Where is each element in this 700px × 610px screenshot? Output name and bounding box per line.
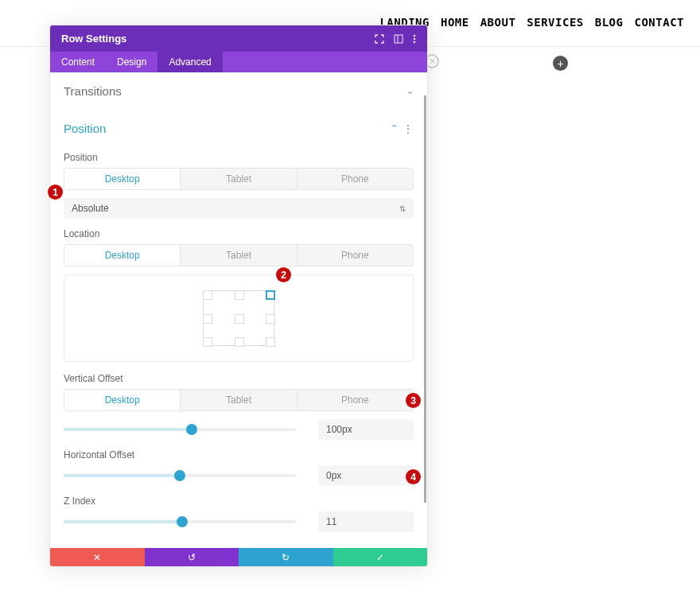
location-tablet-tab[interactable]: Tablet: [180, 245, 296, 266]
position-desktop-tab[interactable]: Desktop: [64, 169, 180, 189]
section-title-transitions: Transitions: [64, 84, 122, 98]
section-title-position: Position: [64, 122, 106, 135]
anchor-top-center[interactable]: [235, 290, 244, 300]
position-select-value: Absolute: [72, 203, 109, 214]
location-phone-tab[interactable]: Phone: [297, 245, 413, 266]
row-settings-modal: Row Settings Content Design Advanced Tra…: [49, 25, 428, 567]
annotation-badge-1: 1: [48, 185, 63, 200]
nav-about[interactable]: ABOUT: [480, 16, 516, 29]
position-tablet-tab[interactable]: Tablet: [180, 169, 296, 189]
voffset-phone-tab[interactable]: Phone: [297, 390, 413, 410]
tab-design[interactable]: Design: [106, 52, 158, 72]
label-vertical-offset: Vertical Offset: [64, 373, 414, 384]
horizontal-offset-thumb[interactable]: [174, 470, 185, 481]
horizontal-offset-input[interactable]: 0px: [318, 465, 414, 486]
anchor-bottom-right[interactable]: [266, 337, 275, 347]
anchor-top-right[interactable]: [266, 290, 275, 300]
annotation-badge-3: 3: [406, 393, 421, 408]
anchor-mid-center[interactable]: [235, 314, 244, 324]
anchor-bottom-center[interactable]: [235, 337, 244, 347]
position-panel: Position Desktop Tablet Phone Absolute ⇅…: [64, 152, 414, 532]
svg-point-2: [414, 34, 416, 37]
add-section-button[interactable]: +: [553, 56, 568, 71]
z-index-row: 11: [64, 511, 414, 532]
nav-home[interactable]: HOME: [441, 16, 469, 29]
modal-header[interactable]: Row Settings: [50, 25, 427, 52]
svg-rect-0: [395, 35, 402, 43]
z-index-slider[interactable]: [64, 520, 296, 523]
section-position[interactable]: Position ⌃: [64, 110, 414, 147]
location-anchor-box: [64, 274, 414, 362]
anchor-grid: [203, 290, 274, 346]
cancel-button[interactable]: ✕: [50, 548, 145, 566]
voffset-tablet-tab[interactable]: Tablet: [180, 390, 296, 410]
label-z-index: Z Index: [64, 495, 414, 507]
vertical-offset-thumb[interactable]: [186, 424, 197, 435]
modal-tabs: Content Design Advanced: [50, 52, 427, 72]
position-select[interactable]: Absolute ⇅: [64, 198, 414, 219]
voffset-desktop-tab[interactable]: Desktop: [64, 390, 180, 410]
save-button[interactable]: ✓: [333, 548, 428, 566]
label-location: Location: [64, 228, 414, 239]
section-transitions[interactable]: Transitions ⌄: [64, 72, 414, 110]
expand-icon[interactable]: [375, 34, 384, 44]
svg-point-4: [414, 41, 416, 43]
anchor-mid-right[interactable]: [266, 314, 275, 324]
anchor-top-left[interactable]: [203, 290, 212, 300]
modal-footer: ✕ ↺ ↻ ✓: [50, 548, 427, 566]
voffset-responsive-tabs: Desktop Tablet Phone: [64, 389, 414, 411]
undo-button[interactable]: ↺: [145, 548, 239, 566]
modal-body[interactable]: Transitions ⌄ Position ⌃ Position Deskto…: [50, 72, 427, 548]
position-responsive-tabs: Desktop Tablet Phone: [64, 168, 414, 190]
tab-advanced[interactable]: Advanced: [158, 52, 222, 72]
anchor-mid-left[interactable]: [203, 314, 212, 324]
scrollbar[interactable]: [424, 95, 426, 503]
nav-contact[interactable]: CONTACT: [634, 16, 684, 29]
chevron-down-icon: ⌄: [406, 86, 414, 96]
select-caret-icon: ⇅: [399, 204, 406, 213]
annotation-badge-4: 4: [406, 469, 421, 484]
location-desktop-tab[interactable]: Desktop: [64, 245, 180, 266]
position-phone-tab[interactable]: Phone: [297, 169, 413, 189]
vertical-offset-slider[interactable]: [64, 428, 296, 431]
z-index-thumb[interactable]: [177, 516, 188, 527]
label-position: Position: [64, 152, 414, 163]
z-index-input[interactable]: 11: [318, 511, 414, 532]
horizontal-offset-row: 0px: [64, 465, 414, 486]
modal-title: Row Settings: [61, 33, 126, 45]
annotation-badge-2: 2: [276, 267, 291, 282]
svg-point-3: [414, 37, 416, 40]
modal-menu-icon[interactable]: [413, 34, 416, 44]
horizontal-offset-slider[interactable]: [64, 474, 296, 477]
anchor-bottom-left[interactable]: [203, 337, 212, 347]
chevron-up-icon: ⌃: [391, 123, 398, 134]
section-menu-icon[interactable]: [402, 122, 414, 135]
layout-icon[interactable]: [394, 34, 403, 44]
nav-blog[interactable]: BLOG: [595, 16, 624, 29]
location-responsive-tabs: Desktop Tablet Phone: [64, 244, 414, 266]
vertical-offset-input[interactable]: 100px: [318, 419, 414, 440]
label-horizontal-offset: Horizontal Offset: [64, 449, 414, 460]
vertical-offset-row: 100px: [64, 419, 414, 440]
redo-button[interactable]: ↻: [239, 548, 333, 566]
tab-content[interactable]: Content: [50, 52, 106, 72]
nav-services[interactable]: SERVICES: [527, 16, 583, 29]
